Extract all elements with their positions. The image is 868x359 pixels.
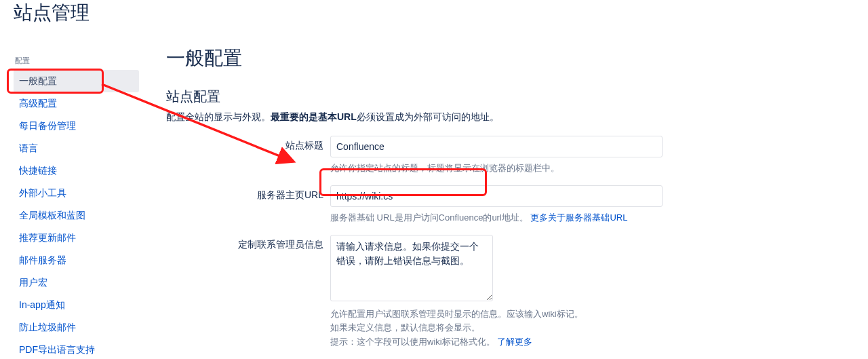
input-base-url[interactable] [330, 185, 663, 207]
help-contact-admin-l3: 提示：这个字段可以使用wiki标记格式化。 [330, 337, 495, 347]
page-title: 站点管理 [14, 0, 90, 26]
sidebar-item-recommended-updates[interactable]: 推荐更新邮件 [14, 227, 139, 249]
sidebar-item-external-gadgets[interactable]: 外部小工具 [14, 182, 139, 204]
sidebar-heading: 配置 [14, 56, 139, 66]
sidebar-item-language[interactable]: 语言 [14, 137, 139, 159]
row-base-url: 服务器主页URL [166, 185, 851, 207]
section-desc: 配置全站的显示与外观。最重要的是基本URL必须设置成为外部可访问的地址。 [166, 111, 851, 124]
sidebar-item-advanced-config[interactable]: 高级配置 [14, 92, 139, 115]
section-title-site-config: 站点配置 [166, 88, 851, 106]
section-desc-prefix: 配置全站的显示与外观。 [166, 111, 271, 122]
help-contact-admin-l1: 允许配置用户试图联系管理员时显示的信息。应该输入wiki标记。 [330, 309, 583, 319]
sidebar-item-daily-backup[interactable]: 每日备份管理 [14, 115, 139, 137]
main-content: 一般配置 站点配置 配置全站的显示与外观。最重要的是基本URL必须设置成为外部可… [166, 45, 851, 359]
help-base-url: 服务器基础 URL是用户访问Confluence的url地址。 更多关于服务器基… [330, 211, 851, 225]
sidebar-item-general-config[interactable]: 一般配置 [14, 70, 139, 92]
sidebar-item-inapp-notify[interactable]: In-app通知 [14, 294, 139, 316]
link-learn-more[interactable]: 了解更多 [497, 337, 532, 347]
sidebar-item-spam-prevention[interactable]: 防止垃圾邮件 [14, 316, 139, 339]
main-title: 一般配置 [166, 45, 851, 71]
sidebar-item-global-templates[interactable]: 全局模板和蓝图 [14, 204, 139, 227]
sidebar-item-shortcuts[interactable]: 快捷链接 [14, 159, 139, 182]
label-base-url: 服务器主页URL [166, 185, 330, 202]
help-contact-admin-l2: 如果未定义信息，默认信息将会显示。 [330, 322, 480, 333]
row-contact-admin: 定制联系管理员信息 [166, 235, 851, 303]
label-site-title: 站点标题 [166, 136, 330, 152]
section-desc-bold: 最重要的是基本URL [271, 111, 357, 122]
help-site-title: 允许你指定站点的标题，标题将显示在浏览器的标题栏中。 [330, 162, 851, 176]
sidebar-item-user-macros[interactable]: 用户宏 [14, 271, 139, 294]
sidebar-item-pdf-export-lang[interactable]: PDF导出语言支持 [14, 339, 139, 359]
help-contact-admin: 允许配置用户试图联系管理员时显示的信息。应该输入wiki标记。 如果未定义信息，… [330, 307, 851, 349]
help-base-url-text: 服务器基础 URL是用户访问Confluence的url地址。 [330, 212, 528, 223]
sidebar: 配置 一般配置 高级配置 每日备份管理 语言 快捷链接 外部小工具 全局模板和蓝… [14, 56, 139, 359]
textarea-contact-admin[interactable] [330, 235, 493, 301]
row-site-title: 站点标题 [166, 136, 851, 157]
section-desc-suffix: 必须设置成为外部可访问的地址。 [357, 111, 499, 122]
link-base-url-more[interactable]: 更多关于服务器基础URL [530, 212, 627, 223]
sidebar-item-mail-server[interactable]: 邮件服务器 [14, 249, 139, 271]
label-contact-admin: 定制联系管理员信息 [166, 235, 330, 251]
input-site-title[interactable] [330, 136, 663, 157]
